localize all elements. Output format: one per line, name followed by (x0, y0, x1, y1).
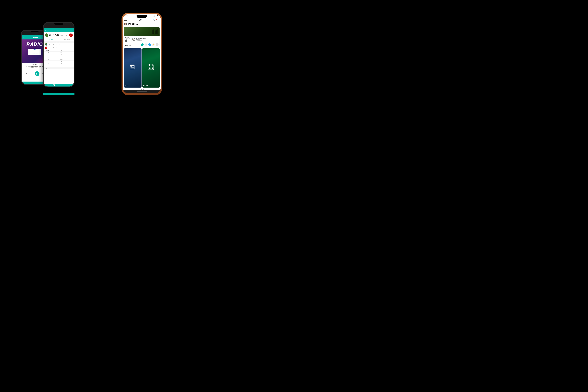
play-button[interactable]: ▶ (35, 71, 40, 76)
listen-watch-row: Listen Live Watch Live ▶ 🔊 🐦 🎫 ·· (124, 42, 160, 47)
status-time: 4:24 (46, 24, 48, 25)
wifi-icon: ▲ (155, 16, 156, 16)
game-card: 4/14/20 1:00 PM CDT ● 🦅 (124, 27, 160, 47)
phone2-bottom-strip (43, 93, 74, 95)
bar2 (154, 16, 154, 16)
nav-bar: ‹ 1/9/20 pl... (44, 28, 74, 32)
location-icon[interactable]: 📍 (156, 19, 158, 21)
status-time: 12:18 (125, 15, 128, 16)
bar1 (154, 16, 154, 16)
team1-score-row: 🐾 ATU 15 15 13 (44, 43, 74, 46)
info-divider (131, 37, 132, 42)
bonus-label: BONUS (49, 34, 52, 35)
eagle-icon: 🦅 (133, 39, 134, 40)
stream-options: Listen Live Watch Live (125, 44, 131, 46)
svg-rect-15 (150, 68, 151, 69)
game-date: 4/14/20 (125, 37, 130, 38)
listen-live-label: Listen Live (126, 44, 130, 44)
more-icon[interactable]: ··· (156, 43, 158, 46)
svg-rect-14 (149, 68, 150, 69)
menu-line2 (124, 20, 127, 20)
notch (136, 16, 147, 18)
stat-val-3pt: 7/25 (45, 52, 50, 53)
osu-q3: 14 (58, 47, 61, 48)
venue-line2: Softball Complex (136, 40, 158, 41)
ticket-icon[interactable]: 🎫 (152, 44, 154, 46)
battery-fill (157, 16, 158, 16)
game-date-col: 4/14/20 1:00 PM CDT ● (125, 37, 130, 42)
top-nav: ⚽ 🔍 📍 ≡ (123, 18, 161, 22)
game-teams: 🦅 vs Central Methodist Baseball & Softba… (132, 37, 158, 42)
stat-val-to: 6 (45, 63, 50, 64)
menu-line1 (124, 19, 127, 19)
team1-label: ATU (49, 35, 54, 36)
team2-score: 5_ (65, 33, 68, 37)
atu-logo: 🐾 (45, 34, 48, 37)
sponsor-arc-icon (33, 50, 36, 51)
stat-row: 9 AST (44, 56, 74, 58)
atu-q3: 13 (58, 44, 61, 45)
tab-stats[interactable]: STATS (44, 38, 59, 41)
svg-rect-13 (152, 67, 153, 68)
nav-date: 1/9/20 (47, 30, 70, 31)
tab-event-info[interactable]: EVENT INFO (59, 38, 74, 41)
player-col-name: Player S... (45, 68, 62, 68)
twitter-icon[interactable]: 🐦 (148, 44, 151, 46)
final-text: FINAL (60, 35, 63, 36)
fnb-logo: First National Bank (53, 84, 65, 86)
video-icon[interactable]: ▶ (141, 44, 144, 46)
dot-2 (142, 89, 142, 90)
atu-mini-logo: 🐾 (45, 43, 47, 46)
stat-val-stl: 7 (45, 61, 50, 62)
battery-tip (159, 16, 159, 16)
sponsor-ad-bar: First National Bank (44, 84, 74, 86)
baseball-icon: ⚾ (124, 23, 127, 25)
sport-title: BASEBALL (128, 23, 138, 25)
osu-mini-logo: ⭕ (45, 46, 47, 49)
rewind-button[interactable]: ⏮ (25, 72, 28, 76)
audio-icon[interactable]: 🔊 (145, 44, 147, 46)
replay-button[interactable]: ↺ (30, 72, 34, 76)
schedule-card[interactable]: Schedule (142, 48, 160, 88)
signal-icon (154, 15, 155, 16)
q2-header: 2 (55, 42, 58, 42)
stat-label-ast: AST (50, 56, 73, 58)
nav-sport-logo: ⚽ (128, 18, 153, 21)
gamecast-icon: ● (125, 40, 128, 42)
stat-val-ft: 9/11 (45, 54, 50, 56)
stats-tabs: STATS EVENT INFO (44, 38, 74, 41)
stat-label-to: TO (50, 63, 73, 64)
notch (31, 30, 38, 32)
osu-q1: 16 (52, 47, 55, 48)
watch-dot (125, 45, 126, 46)
atu-q2: 15 (55, 44, 58, 45)
stat-row: 9/11 FT (44, 54, 74, 56)
home-bar (136, 92, 147, 92)
stat-val-ast: 9 (45, 56, 50, 58)
stats-list: 34.5% FG 7/25 3PT 9/11 FT 9 AST 32 REB (44, 50, 74, 67)
venue-line1: Baseball & (136, 39, 158, 40)
listen-live-item: Listen Live (125, 44, 131, 44)
stat-val-f: 17 (45, 65, 50, 67)
stat-val-fg: 34.5% (45, 50, 50, 51)
stat-row: 7/25 3PT (44, 52, 74, 54)
sponsor-name: SLEEP (30, 52, 40, 53)
team1-score: 56 (55, 33, 59, 37)
search-icon[interactable]: 🔍 (153, 19, 155, 21)
stat-row: 32 REB (44, 58, 74, 60)
bar4 (155, 15, 155, 16)
back-icon[interactable]: ‹ (45, 29, 46, 31)
news-card[interactable]: News (124, 48, 142, 88)
atu-label: ATU (48, 44, 50, 45)
stat-label-ft: FT (50, 54, 73, 56)
progress-bar-track (23, 69, 46, 69)
fnb-circle-icon (53, 84, 55, 86)
menu-icon[interactable] (124, 19, 127, 21)
dot-1 (140, 89, 141, 90)
team2-score-row: ⭕ 16 17 14 (44, 46, 74, 50)
filter-icon[interactable]: ≡ (159, 19, 160, 21)
baseball-screen: ⚽ 🔍 📍 ≡ ⚾ BASEBALL (123, 18, 161, 90)
stat-row: 7 STL (44, 60, 74, 63)
stat-val-reb: 32 (45, 59, 50, 60)
opponent-info: vs Central Methodist Baseball & Softball… (136, 38, 158, 41)
